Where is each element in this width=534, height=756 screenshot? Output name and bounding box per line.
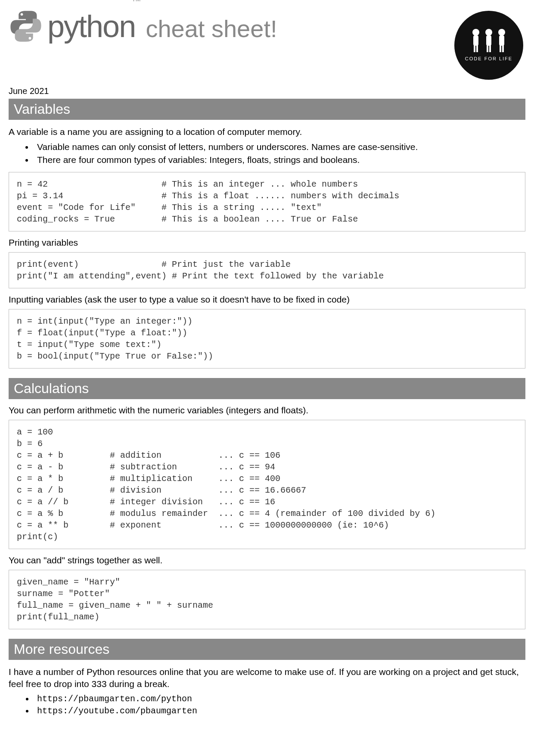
svg-rect-6	[476, 45, 478, 52]
calculations-intro: You can perform arithmetic with the nume…	[9, 405, 525, 415]
document-date: June 2021	[9, 86, 525, 96]
title-tm: TM	[132, 0, 140, 3]
variables-intro: A variable is a name you are assigning t…	[9, 126, 525, 138]
title-python: python	[47, 9, 135, 44]
section-header-calculations: Calculations	[9, 378, 525, 399]
variables-code-3: n = int(input("Type an integer:")) f = f…	[9, 309, 525, 369]
svg-point-0	[21, 13, 23, 16]
svg-rect-8	[486, 35, 491, 46]
svg-point-7	[485, 29, 492, 36]
variables-bullet-1: Variable names can only consist of lette…	[34, 141, 525, 153]
resources-links: https://pbaumgarten.com/python https://y…	[34, 693, 525, 717]
variables-bullet-2: There are four common types of variables…	[34, 153, 525, 166]
badge-text: CODE FOR LIFE	[465, 56, 512, 61]
svg-rect-14	[502, 45, 504, 52]
resources-intro: I have a number of Python resources onli…	[9, 666, 525, 690]
python-logo-icon	[9, 9, 43, 44]
title-main: pythonTMcheat sheet!	[47, 9, 277, 44]
title-block: pythonTMcheat sheet!	[9, 9, 277, 44]
variables-subheading-input: Inputting variables (ask the user to typ…	[9, 294, 525, 305]
variables-subheading-print: Printing variables	[9, 237, 525, 248]
svg-rect-12	[499, 35, 504, 46]
variables-bullets: Variable names can only consist of lette…	[34, 141, 525, 166]
section-header-resources: More resources	[9, 639, 525, 660]
svg-rect-10	[489, 45, 491, 52]
calculations-subheading-strings: You can "add" strings together as well.	[9, 555, 525, 565]
svg-rect-13	[500, 45, 501, 52]
svg-rect-4	[473, 35, 478, 46]
variables-code-2: print(event) # Print just the variable p…	[9, 252, 525, 288]
calculations-code-2: given_name = "Harry" surname = "Potter" …	[9, 570, 525, 629]
calculations-code-1: a = 100 b = 6 c = a + b # addition ... c…	[9, 420, 525, 549]
page-header: pythonTMcheat sheet! CODE FOR LIFE	[9, 9, 525, 82]
variables-code-1: n = 42 # This is an integer ... whole nu…	[9, 172, 525, 231]
svg-rect-9	[487, 45, 488, 52]
svg-point-11	[498, 29, 505, 36]
svg-point-3	[472, 29, 479, 36]
svg-point-1	[29, 37, 31, 40]
code-for-life-badge-icon: CODE FOR LIFE	[452, 9, 525, 82]
resource-link-2[interactable]: https://youtube.com/pbaumgarten	[34, 705, 525, 717]
resource-link-1[interactable]: https://pbaumgarten.com/python	[34, 693, 525, 705]
section-header-variables: Variables	[9, 99, 525, 120]
title-subtitle: cheat sheet!	[146, 15, 277, 42]
svg-rect-5	[474, 45, 475, 52]
title-row: pythonTMcheat sheet!	[9, 9, 277, 44]
